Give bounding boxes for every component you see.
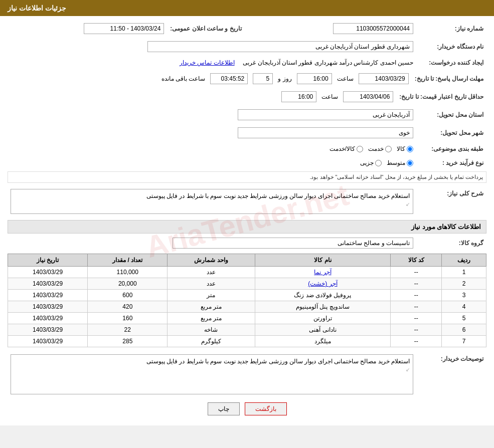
tarikh-value: 1403/03/24 - 11:50 xyxy=(8,21,167,36)
cell-tedad: 285 xyxy=(88,336,168,347)
cell-vahed: عدد xyxy=(168,267,255,278)
cell-vahed: شاخه xyxy=(168,324,255,336)
bazgasht-button[interactable]: بازگشت xyxy=(245,402,287,415)
nam-dastgah-label: نام دستگاه خریدار: xyxy=(416,39,486,54)
tabaqe-kala-khadamat-label: کالا/خدمت xyxy=(330,145,355,152)
ostan-label: استان محل تحویل: xyxy=(416,107,486,122)
sharh-koli-label: شرح کلی نیاز: xyxy=(416,187,486,216)
sharh-koli-text: استعلام خرید مصالح ساختمانی اجرای دیوار … xyxy=(146,192,410,199)
hadaghal-values: 1403/04/06 ساعت 16:00 xyxy=(8,89,396,104)
mohlat-saat-label: ساعت xyxy=(337,75,354,82)
page-title: جزئیات اطلاعات نیاز xyxy=(8,4,66,12)
tabaqe-khadamat-option[interactable]: خدمت xyxy=(368,145,392,152)
ettelaat-tamas-link[interactable]: اطلاعات تماس خریدار xyxy=(180,59,235,66)
group-kala-label: گروه کالا: xyxy=(416,236,486,251)
cell-nam-kala[interactable]: آجر نما xyxy=(255,267,391,278)
info-row-8: طبقه بندی موضوعی: کالا خدمت xyxy=(8,143,486,154)
cell-nam-kala: ساندویچ پنل آلومینیوم xyxy=(255,301,391,313)
cell-vahed: متر xyxy=(168,290,255,301)
info-row-9: نوع فرآیند خرید : متوسط جزیی xyxy=(8,157,486,168)
info-row-4: مهلت ارسال پاسخ: تا تاریخ: 1403/03/29 سا… xyxy=(8,71,486,86)
table-row: 7--میلگردکیلوگرم2851403/03/29 xyxy=(8,336,486,347)
cell-vahed: متر مربع xyxy=(168,313,255,324)
cell-tedad: 600 xyxy=(88,290,168,301)
shahr-label: شهر محل تحویل: xyxy=(416,125,486,140)
tabaqe-khadamat-radio[interactable] xyxy=(385,146,392,152)
sharh-koli-value: استعلام خرید مصالح ساختمانی اجرای دیوار … xyxy=(8,187,416,216)
notice-row: پرداخت تمام یا بخشی از مبلغ خرید، از محل… xyxy=(8,171,486,183)
cell-radif: 3 xyxy=(442,290,486,301)
table-row: 5--تراورتنمتر مربع1601403/03/29 xyxy=(8,313,486,324)
cell-tarikh: 1403/03/29 xyxy=(8,313,88,324)
info-row-2: نام دستگاه خریدار: شهرداری قطور استان آذ… xyxy=(8,39,486,54)
tosih-label: توصیحات خریدار: xyxy=(416,352,486,396)
cell-vahed: عدد xyxy=(168,278,255,290)
ostan-value: آذربایجان غربی xyxy=(8,107,416,122)
cell-radif: 5 xyxy=(442,313,486,324)
tabaqe-kala-label: کالا xyxy=(397,145,405,152)
table-row: 2--آجر (خشت)عدد20,0001403/03/29 xyxy=(8,278,486,290)
col-nam-kala: نام کالا xyxy=(255,254,391,267)
cell-tedad: 420 xyxy=(88,301,168,313)
group-kala-input: تاسیسات و مصالح ساختمانی xyxy=(173,238,413,249)
table-row: 1--آجر نماعدد110,0001403/03/29 xyxy=(8,267,486,278)
jozi-option[interactable]: جزیی xyxy=(360,159,382,166)
hadaghal-saat-input: 16:00 xyxy=(281,91,316,102)
tabaqe-kala-khadamat-radio[interactable] xyxy=(357,146,363,152)
cell-tarikh: 1403/03/29 xyxy=(8,278,88,290)
tabaqe-kala-khadamat-option[interactable]: کالا/خدمت xyxy=(330,145,363,152)
cell-vahed: متر مربع xyxy=(168,301,255,313)
tosih-value: استعلام خرید مصالح ساختمانی اجرای دیوار … xyxy=(8,352,416,396)
cell-tarikh: 1403/03/29 xyxy=(8,290,88,301)
group-kala-value: تاسیسات و مصالح ساختمانی xyxy=(8,236,416,251)
cell-tedad: 110,000 xyxy=(88,267,168,278)
nam-dastgah-value: شهرداری قطور استان آذربایجان غربی xyxy=(8,39,416,54)
cell-radif: 4 xyxy=(442,301,486,313)
mohlat-roz-input: 5 xyxy=(253,73,273,84)
tosih-section: توصیحات خریدار: استعلام خرید مصالح ساختم… xyxy=(8,352,486,396)
cell-kod-kala: -- xyxy=(391,301,442,313)
motavaset-option[interactable]: متوسط xyxy=(387,159,413,166)
tabaqe-kala-radio[interactable] xyxy=(407,146,413,152)
page-header: جزئیات اطلاعات نیاز xyxy=(0,0,494,16)
jozi-radio[interactable] xyxy=(375,160,382,166)
mohlat-saat-input: 16:00 xyxy=(297,73,332,84)
tosih-text: استعلام خرید مصالح ساختمانی اجرای دیوار … xyxy=(146,358,410,365)
mohlat-baghimande-input: 03:45:52 xyxy=(210,73,248,84)
tosih-box: استعلام خرید مصالح ساختمانی اجرای دیوار … xyxy=(11,354,413,394)
info-row-5: حداقل تاریخ اعتبار قیمت: تا تاریخ: 1403/… xyxy=(8,89,486,104)
cell-nam-kala[interactable]: آجر (خشت) xyxy=(255,278,391,290)
chap-button[interactable]: چاپ xyxy=(208,402,240,415)
table-row: 4--ساندویچ پنل آلومینیوممتر مربع4201403/… xyxy=(8,301,486,313)
cell-kod-kala: -- xyxy=(391,324,442,336)
cell-kod-kala: -- xyxy=(391,278,442,290)
cell-nam-kala: میلگرد xyxy=(255,336,391,347)
kalahs-section-title: اطلاعات کالاهای مورد نیاز xyxy=(8,220,486,234)
ijad-konande-text: حسین احمدی کارشناس درآمد شهرداری قطور اس… xyxy=(243,59,413,66)
ijad-konande-label: ایجاد کننده درخواست: xyxy=(416,57,486,68)
kala-link[interactable]: آجر (خشت) xyxy=(308,280,337,287)
tabaqe-kala-option[interactable]: کالا xyxy=(397,145,413,152)
tabaqe-khadamat-label: خدمت xyxy=(368,145,384,152)
table-header-row: ردیف کد کالا نام کالا واحد شمارش تعداد /… xyxy=(8,254,486,267)
cell-tedad: 22 xyxy=(88,324,168,336)
tabaqe-label: طبقه بندی موضوعی: xyxy=(416,143,486,154)
cell-tedad: 160 xyxy=(88,313,168,324)
cell-tarikh: 1403/03/29 xyxy=(8,301,88,313)
col-vahed: واحد شمارش xyxy=(168,254,255,267)
shomare-niaz-value: 1103005572000044 xyxy=(257,21,416,36)
cell-radif: 1 xyxy=(442,267,486,278)
info-row-1: شماره نیاز: 1103005572000044 تاریخ و ساع… xyxy=(8,21,486,36)
info-row-6: استان محل تحویل: آذربایجان غربی xyxy=(8,107,486,122)
shahr-input: خوی xyxy=(238,127,413,138)
sharh-koli-box: استعلام خرید مصالح ساختمانی اجرای دیوار … xyxy=(11,189,413,214)
mohlat-roz-label: روز و xyxy=(278,75,291,82)
mohlat-values: 1403/03/29 ساعت 16:00 روز و 5 03:45:52 س… xyxy=(8,71,412,86)
col-kod-kala: کد کالا xyxy=(391,254,442,267)
cell-radif: 2 xyxy=(442,278,486,290)
mohlat-label: مهلت ارسال پاسخ: تا تاریخ: xyxy=(412,71,486,86)
kala-link[interactable]: آجر نما xyxy=(314,269,331,276)
motavaset-radio[interactable] xyxy=(407,160,413,166)
cell-tarikh: 1403/03/29 xyxy=(8,324,88,336)
ijad-konande-value: حسین احمدی کارشناس درآمد شهرداری قطور اس… xyxy=(8,57,416,68)
